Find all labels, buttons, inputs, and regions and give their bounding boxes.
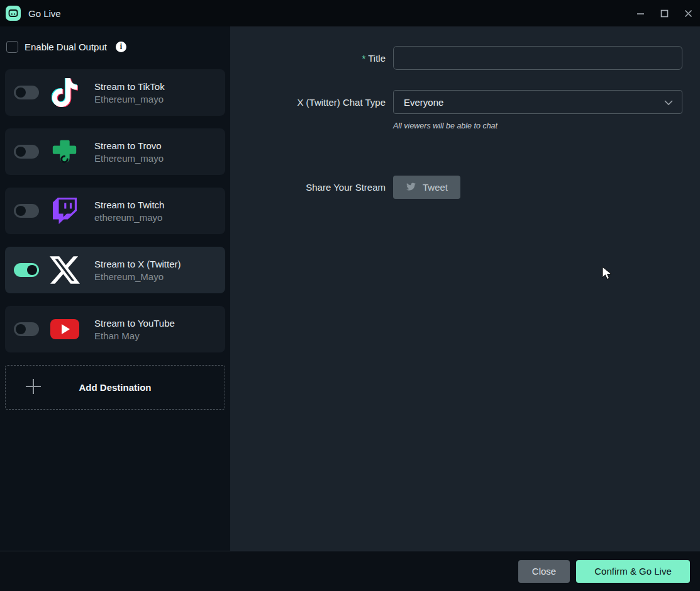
youtube-toggle[interactable] (14, 322, 39, 336)
go-live-form: *Title X (Twitter) Chat Type Everyone (230, 26, 700, 551)
confirm-go-live-button[interactable]: Confirm & Go Live (576, 560, 690, 583)
window-title: Go Live (28, 8, 61, 19)
chat-type-label: X (Twitter) Chat Type (230, 97, 393, 108)
share-stream-label: Share Your Stream (230, 182, 393, 193)
twitch-toggle[interactable] (14, 204, 39, 218)
title-row: *Title (230, 46, 700, 70)
destination-text: Stream to Twitch ethereum_mayo (94, 200, 164, 223)
destination-text: Stream to Trovo Ethereum_mayo (94, 140, 164, 164)
destination-account: Ethereum_mayo (94, 153, 164, 164)
close-button[interactable] (676, 0, 700, 26)
destination-row-tiktok[interactable]: Stream to TikTok Ethereum_mayo (5, 69, 225, 116)
destination-label: Stream to Trovo (94, 140, 164, 151)
plus-icon (23, 376, 43, 399)
add-destination-label: Add Destination (79, 382, 152, 393)
footer: Close Confirm & Go Live (0, 551, 700, 591)
add-destination-button[interactable]: Add Destination (5, 365, 225, 410)
destination-account: Ethan May (94, 330, 175, 341)
destination-account: Ethereum_Mayo (94, 271, 181, 282)
title-input[interactable] (393, 46, 682, 70)
trovo-icon (49, 136, 81, 167)
twitch-icon (49, 195, 81, 227)
trovo-toggle[interactable] (14, 145, 39, 159)
destination-text: Stream to TikTok Ethereum_mayo (94, 81, 165, 104)
destinations-sidebar: Enable Dual Output i Stream to (0, 26, 230, 551)
share-stream-row: Share Your Stream Tweet (230, 176, 700, 199)
destination-row-youtube[interactable]: Stream to YouTube Ethan May (5, 306, 225, 352)
destination-list: Stream to TikTok Ethereum_mayo Stream (0, 69, 230, 352)
chat-type-select[interactable]: Everyone (393, 90, 682, 114)
required-marker: * (362, 53, 365, 64)
dual-output-row: Enable Dual Output i (0, 38, 230, 55)
destination-label: Stream to YouTube (94, 318, 175, 329)
window-controls (628, 0, 700, 26)
tiktok-icon (49, 77, 81, 108)
x-toggle[interactable] (14, 263, 39, 277)
title-label: *Title (230, 53, 393, 64)
streamlabs-logo-icon (6, 6, 21, 21)
destination-label: Stream to Twitch (94, 200, 164, 210)
tiktok-toggle[interactable] (14, 86, 39, 99)
chat-type-help-row: All viewers will be able to chat (230, 114, 700, 130)
go-live-window: Go Live Enable Dual Output i (0, 0, 700, 591)
dual-output-label: Enable Dual Output (25, 42, 107, 52)
twitter-bird-icon (406, 182, 416, 193)
main-area: Enable Dual Output i Stream to (0, 26, 700, 551)
destination-text: Stream to X (Twitter) Ethereum_Mayo (94, 259, 181, 282)
destination-account: Ethereum_mayo (94, 94, 165, 104)
info-icon[interactable]: i (116, 42, 126, 52)
tweet-button-label: Tweet (423, 182, 448, 193)
chevron-down-icon (664, 97, 673, 108)
chat-type-row: X (Twitter) Chat Type Everyone (230, 90, 700, 114)
chat-type-value: Everyone (404, 97, 443, 108)
destination-account: ethereum_mayo (94, 212, 164, 223)
dual-output-checkbox[interactable] (6, 41, 18, 53)
tweet-button[interactable]: Tweet (393, 176, 460, 199)
chat-type-help-text: All viewers will be able to chat (393, 121, 497, 130)
destination-row-twitch[interactable]: Stream to Twitch ethereum_mayo (5, 188, 225, 234)
minimize-button[interactable] (628, 0, 652, 26)
destination-row-trovo[interactable]: Stream to Trovo Ethereum_mayo (5, 128, 225, 175)
titlebar: Go Live (0, 0, 700, 26)
x-twitter-icon (49, 254, 81, 286)
destination-label: Stream to TikTok (94, 81, 165, 92)
destination-text: Stream to YouTube Ethan May (94, 318, 175, 341)
youtube-icon (49, 313, 81, 345)
close-dialog-button[interactable]: Close (518, 560, 570, 583)
destination-label: Stream to X (Twitter) (94, 259, 181, 269)
maximize-button[interactable] (652, 0, 676, 26)
destination-row-x[interactable]: Stream to X (Twitter) Ethereum_Mayo (5, 247, 225, 293)
